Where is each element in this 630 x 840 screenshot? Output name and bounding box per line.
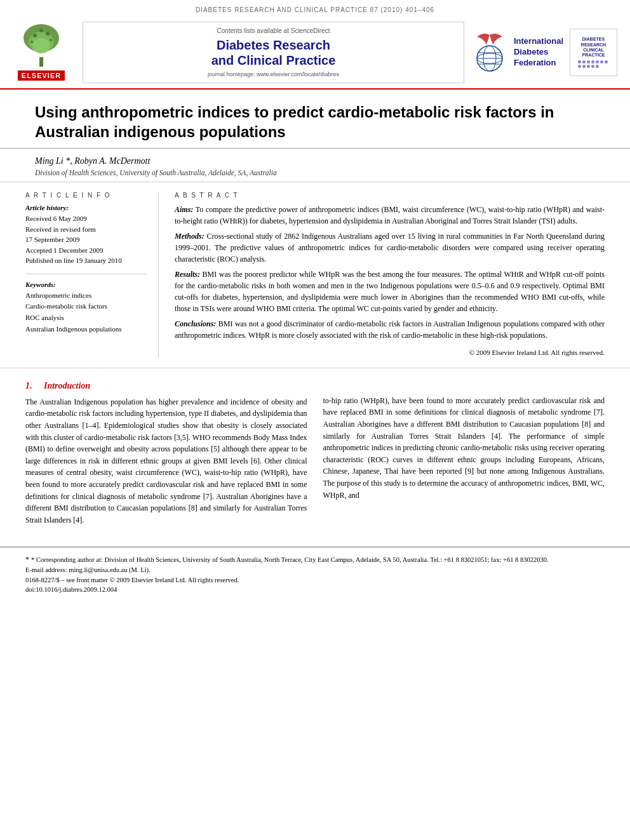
elsevier-logo: ELSEVIER xyxy=(6,24,76,81)
keywords-label: Keywords: xyxy=(25,281,147,288)
elsevier-tree-icon xyxy=(16,24,67,69)
authors-line: Ming Li *, Robyn A. McDermott xyxy=(35,156,595,166)
abstract-text: Aims: To compare the predictive power of… xyxy=(175,204,605,358)
revised-date: 17 September 2009 xyxy=(25,234,147,245)
sciencedirect-text: Contents lists available at ScienceDirec… xyxy=(217,27,330,34)
aims-text: To compare the predictive power of anthr… xyxy=(175,205,605,225)
intro-number: 1. xyxy=(25,381,32,390)
article-title-section: Using anthropometric indices to predict … xyxy=(0,90,630,149)
history-label: Article history: xyxy=(25,204,147,211)
header-section: ELSEVIER Contents lists available at Sci… xyxy=(0,17,630,90)
abstract-heading: A B S T R A C T xyxy=(175,192,605,199)
keywords-section: Keywords: Anthropometric indices Cardio-… xyxy=(25,281,147,335)
authors-section: Ming Li *, Robyn A. McDermott Division o… xyxy=(0,149,630,182)
svg-point-6 xyxy=(39,29,43,32)
published-date: Published on line 19 January 2010 xyxy=(25,255,147,266)
abstract-col: A B S T R A C T Aims: To compare the pre… xyxy=(175,192,605,358)
results-text: BMI was the poorest predictor while WHpR… xyxy=(175,270,605,313)
badge-decoration xyxy=(578,60,610,68)
page-container: Diabetes Research and Clinical Practice … xyxy=(0,0,630,598)
intro-heading: 1. Introduction xyxy=(25,381,307,391)
intro-para2: to-hip ratio (WHpR), have been found to … xyxy=(323,395,605,501)
journal-homepage: journal homepage: www.elsevier.com/locat… xyxy=(208,71,339,77)
footer-corresponding: * * Corresponding author at: Division of… xyxy=(25,554,605,565)
badge-title: DIABETES RESEARCH CLINICAL PRACTICE xyxy=(572,37,615,58)
affiliation-line: Division of Health Sciences, University … xyxy=(35,169,595,177)
journal-header-bar: Diabetes Research and Clinical Practice … xyxy=(0,0,630,17)
svg-point-7 xyxy=(30,41,33,43)
svg-point-5 xyxy=(46,32,50,36)
aims-label: Aims: xyxy=(175,205,193,214)
intro-title: Introduction xyxy=(44,381,90,390)
svg-point-4 xyxy=(33,34,37,37)
footer-doi: doi:10.1016/j.diabres.2009.12.004 xyxy=(25,586,605,593)
article-info-heading: A R T I C L E I N F O xyxy=(25,192,147,199)
keyword-2: Cardio-metabolic risk factors xyxy=(25,301,147,312)
footer-section: * * Corresponding author at: Division of… xyxy=(0,547,630,598)
svg-rect-0 xyxy=(39,57,43,67)
idf-text: International Diabetes Federation xyxy=(514,36,563,69)
article-info-col: A R T I C L E I N F O Article history: R… xyxy=(25,192,159,358)
abstract-copyright: © 2009 Elsevier Ireland Ltd. All rights … xyxy=(175,347,605,358)
article-info-abstract-section: A R T I C L E I N F O Article history: R… xyxy=(0,182,630,368)
journal-header-text: Diabetes Research and Clinical Practice … xyxy=(196,6,434,13)
elsevier-label: ELSEVIER xyxy=(18,70,65,81)
revised-label: Received in revised form xyxy=(25,224,147,235)
methods-text: Cross-sectional study of 2862 Indigenous… xyxy=(175,232,605,263)
article-main-title: Using anthropometric indices to predict … xyxy=(35,102,595,142)
keyword-4: Australian Indigenous populations xyxy=(25,324,147,335)
journal-name: Diabetes Research and Clinical Practice xyxy=(211,37,336,68)
conclusions-label: Conclusions: xyxy=(175,319,216,328)
footer-star-note: * Corresponding author at: Division of H… xyxy=(31,556,549,563)
body-left-col: 1. Introduction The Australian Indigenou… xyxy=(25,381,307,531)
intro-para1: The Australian Indigenous population has… xyxy=(25,396,307,526)
article-history: Article history: Received 6 May 2009 Rec… xyxy=(25,204,147,266)
conclusions-text: BMI was not a good discriminator of card… xyxy=(175,319,605,340)
body-right-col: to-hip ratio (WHpR), have been found to … xyxy=(323,381,605,531)
keyword-3: ROC analysis xyxy=(25,312,147,324)
methods-label: Methods: xyxy=(175,232,204,241)
idf-logo-area: International Diabetes Federation xyxy=(471,32,563,73)
accepted-date: Accepted 1 December 2009 xyxy=(25,245,147,256)
received-date: Received 6 May 2009 xyxy=(25,213,147,224)
star-icon: * xyxy=(25,555,31,564)
svg-point-3 xyxy=(32,38,50,53)
body-section: 1. Introduction The Australian Indigenou… xyxy=(0,368,630,541)
svg-point-8 xyxy=(50,39,52,41)
keyword-1: Anthropometric indices xyxy=(25,290,147,302)
footer-issn: 0168-8227/$ – see front matter © 2009 El… xyxy=(25,577,605,583)
results-label: Results: xyxy=(175,270,200,279)
footer-email: E-mail address: ming.li@unisa.edu.au (M.… xyxy=(25,565,605,575)
idf-globe-icon xyxy=(471,32,509,73)
diabetes-research-badge: DIABETES RESEARCH CLINICAL PRACTICE xyxy=(570,29,617,76)
journal-title-center: Contents lists available at ScienceDirec… xyxy=(83,22,464,83)
